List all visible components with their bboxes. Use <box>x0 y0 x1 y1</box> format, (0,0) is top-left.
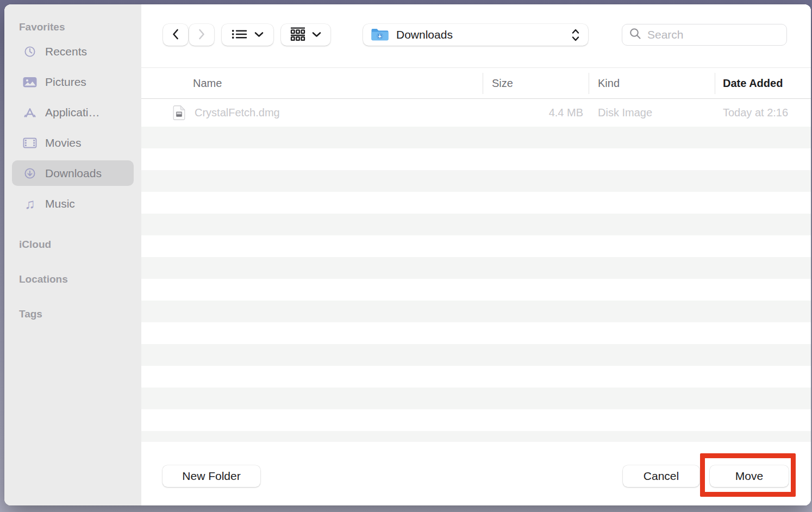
pictures-icon <box>22 74 38 90</box>
finder-move-dialog: Favorites Recents Pictures <box>4 4 811 505</box>
downloads-folder-icon <box>371 27 389 43</box>
sidebar-item-label: Movies <box>45 136 82 149</box>
file-kind: Disk Image <box>598 99 652 127</box>
film-icon <box>22 135 38 151</box>
sidebar-item-label: Applicati… <box>45 106 99 119</box>
toolbar: Downloads <box>141 4 811 68</box>
empty-row-stripes <box>141 127 811 442</box>
list-view-icon <box>232 28 247 42</box>
desktop-background: Favorites Recents Pictures <box>0 0 812 512</box>
list-view-button[interactable] <box>222 24 273 46</box>
sidebar-item-label: Pictures <box>45 76 86 89</box>
table-row[interactable]: CrystalFetch.dmg 4.4 MB Disk Image Today… <box>141 99 811 127</box>
download-circle-icon <box>22 165 38 182</box>
back-button[interactable] <box>163 24 188 46</box>
sidebar-item-label: Recents <box>45 45 87 58</box>
file-size: 4.4 MB <box>483 99 583 127</box>
new-folder-button[interactable]: New Folder <box>163 465 260 487</box>
clock-icon <box>22 43 38 60</box>
move-button[interactable]: Move <box>710 465 789 487</box>
main-area: Downloads <box>141 4 811 505</box>
search-input[interactable] <box>647 28 795 41</box>
locations-section-label: Locations <box>19 273 68 286</box>
sidebar-item-applications[interactable]: Applicati… <box>12 102 134 123</box>
icloud-section-label: iCloud <box>19 238 51 251</box>
up-down-chevrons-icon <box>571 28 580 42</box>
location-dropdown[interactable]: Downloads <box>363 24 588 46</box>
file-date-added: Today at 2:16 <box>723 99 810 127</box>
dialog-footer: New Folder Cancel Move <box>141 442 811 505</box>
search-icon <box>629 27 642 42</box>
column-divider <box>589 73 589 94</box>
disk-image-file-icon <box>173 105 185 123</box>
chevron-left-icon <box>171 28 180 42</box>
column-header-kind[interactable]: Kind <box>598 68 620 98</box>
sidebar-item-pictures[interactable]: Pictures <box>12 71 134 93</box>
sidebar-item-music[interactable]: ♫ Music <box>12 193 134 215</box>
location-dropdown-label: Downloads <box>396 28 453 41</box>
chevron-right-icon <box>197 28 206 42</box>
group-view-icon <box>290 27 305 42</box>
group-view-button[interactable] <box>281 24 330 46</box>
column-header-name[interactable]: Name <box>193 68 222 98</box>
forward-button[interactable] <box>189 24 214 46</box>
sidebar-item-recents[interactable]: Recents <box>12 41 134 63</box>
search-field[interactable] <box>622 24 787 46</box>
sidebar-item-label: Downloads <box>45 167 102 180</box>
favorites-section-label: Favorites <box>19 21 65 34</box>
sidebar: Favorites Recents Pictures <box>4 4 141 505</box>
column-divider <box>715 73 715 94</box>
cancel-button[interactable]: Cancel <box>623 465 699 487</box>
column-header-date-added[interactable]: Date Added <box>723 68 783 98</box>
table-header: Name Size Kind Date Added <box>141 68 811 99</box>
sidebar-item-movies[interactable]: Movies <box>12 132 134 154</box>
music-note-icon: ♫ <box>22 196 38 212</box>
sidebar-item-downloads[interactable]: Downloads <box>12 160 134 186</box>
sidebar-item-label: Music <box>45 197 75 210</box>
tags-section-label: Tags <box>19 308 42 321</box>
column-header-size[interactable]: Size <box>492 68 513 98</box>
chevron-down-icon <box>312 31 321 39</box>
file-name: CrystalFetch.dmg <box>195 99 280 127</box>
chevron-down-icon <box>254 31 264 39</box>
column-divider <box>483 73 483 94</box>
app-store-icon <box>22 104 38 121</box>
